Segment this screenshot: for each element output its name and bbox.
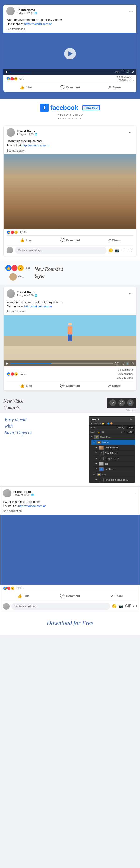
opacity-value[interactable]: 100%	[127, 426, 134, 429]
video2-settings-icon[interactable]: ⚙	[131, 362, 134, 365]
bottom-post-link[interactable]: http://mainad.com.ar	[18, 504, 46, 508]
layer-item-i-want[interactable]: 👁 T I want this mockup so b...	[93, 477, 135, 483]
video2-progress-bar[interactable]	[10, 363, 113, 364]
layer-item-friend-name[interactable]: 👁 T Friend Name	[93, 451, 135, 456]
like-button[interactable]: 👍 Like	[3, 83, 48, 91]
gif-icon[interactable]: GIF	[121, 248, 128, 253]
beach-video-area[interactable]: ▶ 3:33 ⛶ 🔊 ⚙	[4, 315, 136, 366]
video2-comment-button[interactable]: 💬 Comment	[48, 382, 92, 390]
video2-fullscreen-icon[interactable]: ⛶	[121, 362, 124, 365]
emoji-icon[interactable]: 😊	[109, 248, 113, 253]
video2-play-icon[interactable]: ▶	[6, 362, 8, 365]
ee-line2: with	[5, 423, 84, 429]
figure-body	[68, 326, 72, 334]
bottom-comment-button[interactable]: 💬 Comment	[47, 592, 93, 600]
layer-eye-icon[interactable]: 👁	[95, 452, 98, 455]
layer-eye-icon[interactable]: 👁	[93, 473, 95, 476]
reaction-group: 👍 ❤️ 😮 919	[6, 77, 24, 81]
layers-filter-icon[interactable]: ▼	[90, 422, 92, 425]
comment-button[interactable]: 💬 Comment	[48, 83, 92, 91]
layer-thumb-text3: T	[99, 478, 104, 482]
video2-volume-icon[interactable]: 🔊	[126, 362, 130, 365]
layer-eye-icon[interactable]: 👁	[93, 441, 95, 444]
fill-label: Fill:	[121, 431, 124, 433]
easy-edit-section: Easy to edit with Smart Objects Layers ≡…	[0, 413, 140, 487]
photo-post-link[interactable]: http://mainad.com.ar	[22, 144, 50, 147]
bottom-comment-input[interactable]	[11, 602, 110, 610]
blend-mode-label[interactable]: Normal	[90, 427, 115, 429]
video-controls-bar: ▶ -5:51 ⛶ 🔊 ⚙	[3, 69, 137, 74]
fb-f-icon: f	[40, 103, 49, 112]
bottom-comment-icon: 💬	[60, 594, 65, 598]
video2-post-link[interactable]: http://mainad.com.ar	[25, 305, 52, 308]
bottom-like-button[interactable]: 👍 Like	[0, 592, 47, 600]
photo-more-options-button[interactable]: ···	[128, 130, 134, 135]
camera-icon[interactable]: 📷	[115, 248, 120, 253]
video2-card-header: Friend Name Today at 02:30 🌐 ···	[4, 287, 136, 299]
see-translation-link[interactable]: See translation	[3, 28, 137, 33]
bottom-share-button[interactable]: ↗ Share	[93, 592, 140, 600]
bottom-emoji-icon[interactable]: 😊	[112, 604, 117, 609]
bottom-sticker-icon[interactable]: 🏷	[133, 604, 137, 609]
bottom-comment-label: Comment	[66, 594, 80, 598]
post-link[interactable]: http://mainad.com.ar	[24, 22, 52, 26]
bottom-gif-icon[interactable]: GIF	[125, 604, 131, 609]
comment-action-icons: 😊 📷 GIF 🏷	[109, 248, 134, 253]
bottom-more-options-button[interactable]: ···	[132, 491, 137, 496]
video2-share-label: Share	[112, 384, 121, 388]
layer-label: Friend Name	[105, 452, 134, 454]
layer-item-dot[interactable]: 👁 • dot	[93, 461, 135, 467]
video2-more-options-button[interactable]: ···	[128, 291, 134, 296]
video2-like-button[interactable]: 👍 Like	[4, 382, 48, 390]
video2-avatar-image	[6, 289, 15, 298]
photo-share-button[interactable]: ↗ Share	[92, 236, 136, 244]
layer-item-text-folder[interactable]: 👁 📁 text	[91, 472, 135, 477]
reaction-stack: 👍 ❤️ 😮 1.0	[5, 264, 30, 272]
bottom-like-icon: 👍	[18, 594, 22, 598]
layer-eye-icon[interactable]: 👁	[95, 457, 98, 460]
photo-reactions-count: 1,035	[20, 230, 27, 234]
big-wow-reaction: 😮	[17, 264, 24, 272]
layer-item-photo-post[interactable]: 👁 📁 Photo Post	[89, 434, 135, 440]
volume-icon[interactable]: 🔊	[126, 70, 130, 73]
share-button[interactable]: ↗ Share	[92, 83, 137, 91]
bottom-camera-icon[interactable]: 📷	[118, 604, 123, 609]
layer-eye-icon[interactable]: 👁	[90, 436, 93, 438]
bottom-see-translation[interactable]: See translation	[0, 509, 140, 515]
layer-item-header[interactable]: 👁 📁 header	[91, 440, 135, 445]
photo-like-button[interactable]: 👍 Like	[4, 236, 48, 244]
play-button[interactable]	[64, 48, 76, 59]
layer-eye-icon[interactable]: 👁	[95, 462, 98, 465]
photo-comment-button[interactable]: 💬 Comment	[48, 236, 92, 244]
layer-eye-icon[interactable]: 👁	[95, 468, 98, 471]
bottom-privacy-icon: 🌐	[31, 494, 34, 496]
handwriting-line2: Style	[34, 273, 63, 279]
layer-item-today[interactable]: 👁 T Today at 19:33	[93, 456, 135, 461]
fill-value[interactable]: 100%	[127, 431, 134, 434]
play-icon	[68, 51, 73, 56]
video2-share-button[interactable]: ↗ Share	[92, 382, 136, 390]
download-handwriting[interactable]: Download for Free	[5, 619, 135, 627]
photo-silhouette	[4, 154, 136, 229]
play-ctrl-icon[interactable]: ▶	[6, 70, 8, 73]
opacity-label: Opacity:	[117, 427, 124, 429]
sticker-icon[interactable]: 🏷	[130, 248, 134, 253]
layers-toolbar[interactable]: ▼ Kind 🖹 📁 T 🔷 🎨	[89, 422, 135, 426]
ctrl-volume-icon: 🔊	[127, 400, 134, 406]
layer-item-friend-photo[interactable]: 👁 Friend PhotoT...	[93, 445, 135, 451]
comment-input[interactable]	[15, 247, 107, 254]
layer-item-world-icon[interactable]: 👁 🌐 world icon	[93, 467, 135, 472]
more-options-button[interactable]: ···	[128, 9, 134, 14]
layer-eye-icon[interactable]: 👁	[95, 478, 98, 481]
photo-see-translation[interactable]: See translation	[4, 149, 136, 154]
video2-see-translation[interactable]: See translation	[4, 310, 136, 315]
views-count: 109,543 views	[117, 79, 134, 82]
bottom-header-left: Friend Name Today at 19:33 🌐	[3, 489, 34, 497]
progress-bar[interactable]	[10, 71, 112, 72]
layer-eye-icon[interactable]: 👁	[95, 446, 98, 449]
layer-label: dot	[105, 463, 134, 465]
settings-icon[interactable]: ⚙	[132, 70, 134, 73]
fullscreen-icon[interactable]: ⛶	[121, 70, 124, 73]
layer-label: world icon	[105, 468, 134, 470]
video-area[interactable]: ▶ -5:51 ⛶ 🔊 ⚙	[3, 33, 137, 74]
